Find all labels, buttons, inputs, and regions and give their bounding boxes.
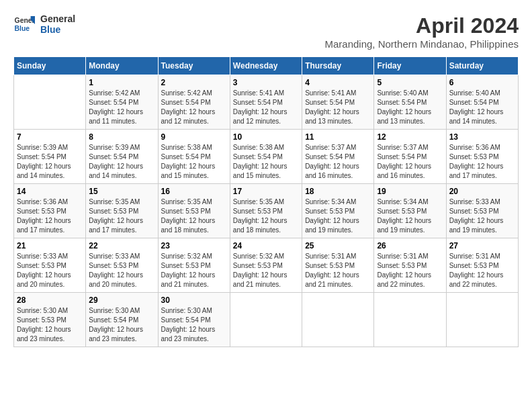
calendar-cell: 4Sunrise: 5:41 AMSunset: 5:54 PMDaylight… xyxy=(302,75,374,130)
day-info: Sunrise: 5:41 AMSunset: 5:54 PMDaylight:… xyxy=(305,89,371,126)
calendar-cell: 1Sunrise: 5:42 AMSunset: 5:54 PMDaylight… xyxy=(86,75,158,130)
day-info: Sunrise: 5:36 AMSunset: 5:53 PMDaylight:… xyxy=(17,197,83,235)
day-info: Sunrise: 5:30 AMSunset: 5:54 PMDaylight:… xyxy=(161,306,227,344)
calendar-cell: 12Sunrise: 5:37 AMSunset: 5:54 PMDayligh… xyxy=(374,130,446,184)
day-info: Sunrise: 5:40 AMSunset: 5:54 PMDaylight:… xyxy=(377,89,443,126)
logo-blue: Blue xyxy=(40,24,75,35)
calendar-cell: 20Sunrise: 5:33 AMSunset: 5:53 PMDayligh… xyxy=(446,184,518,238)
day-number: 1 xyxy=(89,78,154,87)
calendar-cell xyxy=(446,293,518,347)
day-number: 13 xyxy=(449,132,515,142)
day-info: Sunrise: 5:42 AMSunset: 5:54 PMDaylight:… xyxy=(161,89,227,126)
logo: General Blue General Blue xyxy=(13,13,75,35)
day-number: 22 xyxy=(89,241,154,250)
day-number: 26 xyxy=(377,241,443,250)
location-title: Maranding, Northern Mindanao, Philippine… xyxy=(324,38,519,50)
day-number: 16 xyxy=(161,187,227,196)
calendar-cell xyxy=(302,293,374,347)
weekday-header: Tuesday xyxy=(158,57,230,75)
calendar-cell: 14Sunrise: 5:36 AMSunset: 5:53 PMDayligh… xyxy=(14,184,86,238)
day-info: Sunrise: 5:39 AMSunset: 5:54 PMDaylight:… xyxy=(17,143,83,181)
day-info: Sunrise: 5:39 AMSunset: 5:54 PMDaylight:… xyxy=(89,143,154,181)
weekday-header: Sunday xyxy=(14,57,86,75)
weekday-header: Saturday xyxy=(446,57,518,75)
calendar-cell xyxy=(14,75,86,130)
calendar-cell: 10Sunrise: 5:38 AMSunset: 5:54 PMDayligh… xyxy=(230,130,302,184)
day-info: Sunrise: 5:33 AMSunset: 5:53 PMDaylight:… xyxy=(17,252,83,289)
day-number: 20 xyxy=(449,187,515,196)
calendar-cell: 15Sunrise: 5:35 AMSunset: 5:53 PMDayligh… xyxy=(86,184,158,238)
calendar-cell: 21Sunrise: 5:33 AMSunset: 5:53 PMDayligh… xyxy=(14,238,86,293)
day-info: Sunrise: 5:37 AMSunset: 5:54 PMDaylight:… xyxy=(305,143,371,181)
calendar-cell: 16Sunrise: 5:35 AMSunset: 5:53 PMDayligh… xyxy=(158,184,230,238)
calendar-cell: 17Sunrise: 5:35 AMSunset: 5:53 PMDayligh… xyxy=(230,184,302,238)
day-info: Sunrise: 5:32 AMSunset: 5:53 PMDaylight:… xyxy=(233,252,299,289)
day-info: Sunrise: 5:30 AMSunset: 5:54 PMDaylight:… xyxy=(89,306,154,344)
weekday-header: Wednesday xyxy=(230,57,302,75)
calendar-cell: 25Sunrise: 5:31 AMSunset: 5:53 PMDayligh… xyxy=(302,238,374,293)
day-number: 11 xyxy=(305,132,371,142)
day-info: Sunrise: 5:30 AMSunset: 5:53 PMDaylight:… xyxy=(17,306,83,344)
day-number: 8 xyxy=(89,132,154,142)
day-info: Sunrise: 5:42 AMSunset: 5:54 PMDaylight:… xyxy=(89,89,154,126)
day-info: Sunrise: 5:32 AMSunset: 5:53 PMDaylight:… xyxy=(161,252,227,289)
day-number: 9 xyxy=(161,132,227,142)
calendar-cell: 3Sunrise: 5:41 AMSunset: 5:54 PMDaylight… xyxy=(230,75,302,130)
day-number: 28 xyxy=(17,295,83,305)
day-number: 7 xyxy=(17,132,83,142)
month-title: April 2024 xyxy=(324,13,519,38)
day-info: Sunrise: 5:31 AMSunset: 5:53 PMDaylight:… xyxy=(449,252,515,289)
logo-general: General xyxy=(40,13,75,24)
day-info: Sunrise: 5:35 AMSunset: 5:53 PMDaylight:… xyxy=(161,197,227,235)
weekday-header: Thursday xyxy=(302,57,374,75)
day-info: Sunrise: 5:35 AMSunset: 5:53 PMDaylight:… xyxy=(233,197,299,235)
day-number: 14 xyxy=(17,187,83,196)
calendar-cell: 28Sunrise: 5:30 AMSunset: 5:53 PMDayligh… xyxy=(14,293,86,347)
day-info: Sunrise: 5:36 AMSunset: 5:53 PMDaylight:… xyxy=(449,143,515,181)
svg-text:Blue: Blue xyxy=(15,25,30,32)
day-number: 3 xyxy=(233,78,299,87)
calendar-week-row: 21Sunrise: 5:33 AMSunset: 5:53 PMDayligh… xyxy=(14,238,519,293)
logo-icon: General Blue xyxy=(13,13,35,35)
day-number: 2 xyxy=(161,78,227,87)
day-number: 4 xyxy=(305,78,371,87)
day-number: 30 xyxy=(161,295,227,305)
day-info: Sunrise: 5:31 AMSunset: 5:53 PMDaylight:… xyxy=(305,252,371,289)
calendar-week-row: 14Sunrise: 5:36 AMSunset: 5:53 PMDayligh… xyxy=(14,184,519,238)
calendar-week-row: 7Sunrise: 5:39 AMSunset: 5:54 PMDaylight… xyxy=(14,130,519,184)
day-number: 27 xyxy=(449,241,515,250)
calendar-cell: 11Sunrise: 5:37 AMSunset: 5:54 PMDayligh… xyxy=(302,130,374,184)
calendar-body: 1Sunrise: 5:42 AMSunset: 5:54 PMDaylight… xyxy=(14,75,519,347)
day-number: 18 xyxy=(305,187,371,196)
day-info: Sunrise: 5:33 AMSunset: 5:53 PMDaylight:… xyxy=(449,197,515,235)
day-number: 29 xyxy=(89,295,154,305)
calendar-cell: 24Sunrise: 5:32 AMSunset: 5:53 PMDayligh… xyxy=(230,238,302,293)
calendar-cell: 22Sunrise: 5:33 AMSunset: 5:53 PMDayligh… xyxy=(86,238,158,293)
day-info: Sunrise: 5:41 AMSunset: 5:54 PMDaylight:… xyxy=(233,89,299,126)
day-info: Sunrise: 5:33 AMSunset: 5:53 PMDaylight:… xyxy=(89,252,154,289)
day-number: 10 xyxy=(233,132,299,142)
calendar-cell: 23Sunrise: 5:32 AMSunset: 5:53 PMDayligh… xyxy=(158,238,230,293)
calendar-week-row: 1Sunrise: 5:42 AMSunset: 5:54 PMDaylight… xyxy=(14,75,519,130)
calendar-cell: 7Sunrise: 5:39 AMSunset: 5:54 PMDaylight… xyxy=(14,130,86,184)
calendar-cell: 26Sunrise: 5:31 AMSunset: 5:53 PMDayligh… xyxy=(374,238,446,293)
weekday-header: Friday xyxy=(374,57,446,75)
day-info: Sunrise: 5:37 AMSunset: 5:54 PMDaylight:… xyxy=(377,143,443,181)
weekday-header: Monday xyxy=(86,57,158,75)
calendar-cell: 27Sunrise: 5:31 AMSunset: 5:53 PMDayligh… xyxy=(446,238,518,293)
day-info: Sunrise: 5:35 AMSunset: 5:53 PMDaylight:… xyxy=(89,197,154,235)
day-info: Sunrise: 5:34 AMSunset: 5:53 PMDaylight:… xyxy=(377,197,443,235)
calendar-week-row: 28Sunrise: 5:30 AMSunset: 5:53 PMDayligh… xyxy=(14,293,519,347)
day-number: 6 xyxy=(449,78,515,87)
title-section: April 2024 Maranding, Northern Mindanao,… xyxy=(324,13,519,50)
calendar-header-row: SundayMondayTuesdayWednesdayThursdayFrid… xyxy=(14,57,519,75)
calendar-cell: 8Sunrise: 5:39 AMSunset: 5:54 PMDaylight… xyxy=(86,130,158,184)
day-number: 17 xyxy=(233,187,299,196)
calendar-cell: 18Sunrise: 5:34 AMSunset: 5:53 PMDayligh… xyxy=(302,184,374,238)
calendar-cell: 5Sunrise: 5:40 AMSunset: 5:54 PMDaylight… xyxy=(374,75,446,130)
calendar-cell xyxy=(374,293,446,347)
day-number: 19 xyxy=(377,187,443,196)
calendar-cell: 30Sunrise: 5:30 AMSunset: 5:54 PMDayligh… xyxy=(158,293,230,347)
calendar-cell: 29Sunrise: 5:30 AMSunset: 5:54 PMDayligh… xyxy=(86,293,158,347)
day-info: Sunrise: 5:38 AMSunset: 5:54 PMDaylight:… xyxy=(161,143,227,181)
